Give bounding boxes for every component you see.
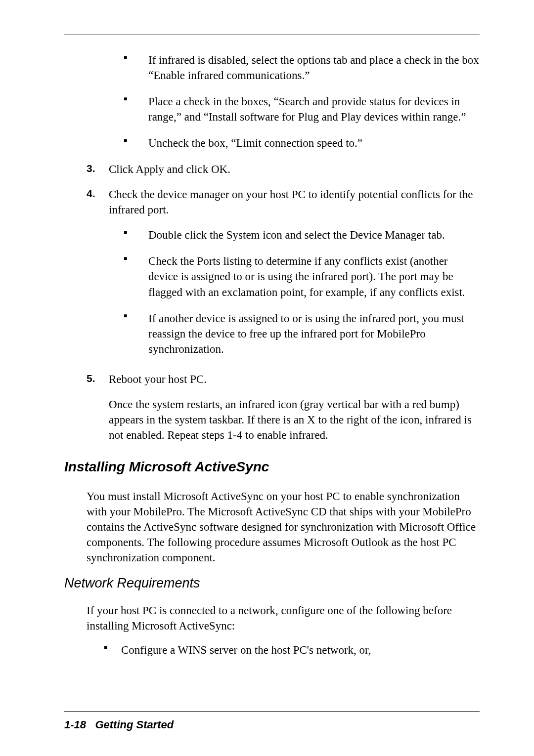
step-5: 5. Reboot your host PC.: [87, 372, 480, 387]
step-text: Reboot your host PC.: [109, 372, 480, 387]
step-number: 5.: [87, 372, 109, 387]
list-item: Double click the System icon and select …: [124, 227, 480, 243]
network-bullet-list: Configure a WINS server on the host PC's…: [104, 642, 480, 658]
list-item: If another device is assigned to or is u…: [124, 311, 480, 357]
list-item: If infrared is disabled, select the opti…: [124, 52, 480, 83]
page-number: 1-18: [64, 718, 86, 731]
step-4: 4. Check the device manager on your host…: [87, 187, 480, 217]
step-5-followup: Once the system restarts, an infrared ic…: [109, 397, 480, 443]
activesync-paragraph: You must install Microsoft ActiveSync on…: [87, 489, 480, 565]
network-req-paragraph: If your host PC is connected to a networ…: [87, 603, 480, 633]
step-text: Check the device manager on your host PC…: [109, 187, 480, 217]
step-3: 3. Click Apply and click OK.: [87, 162, 480, 177]
step-text: Click Apply and click OK.: [109, 162, 480, 177]
step-number: 4.: [87, 187, 109, 217]
section-title: Getting Started: [95, 718, 174, 731]
list-item: Uncheck the box, “Limit connection speed…: [124, 135, 480, 151]
page-content: If infrared is disabled, select the opti…: [64, 52, 480, 658]
list-item: Place a check in the boxes, “Search and …: [124, 94, 480, 125]
top-rule: [64, 35, 480, 35]
step-4-bullets: Double click the System icon and select …: [124, 227, 480, 356]
list-item: Check the Ports listing to determine if …: [124, 253, 480, 299]
heading-installing-activesync: Installing Microsoft ActiveSync: [64, 458, 480, 476]
step-number: 3.: [87, 162, 109, 177]
continuing-bullet-list: If infrared is disabled, select the opti…: [124, 52, 480, 151]
footer: 1-18 Getting Started: [64, 717, 174, 732]
bottom-rule: [64, 711, 480, 712]
list-item: Configure a WINS server on the host PC's…: [104, 642, 480, 658]
heading-network-requirements: Network Requirements: [64, 574, 480, 592]
